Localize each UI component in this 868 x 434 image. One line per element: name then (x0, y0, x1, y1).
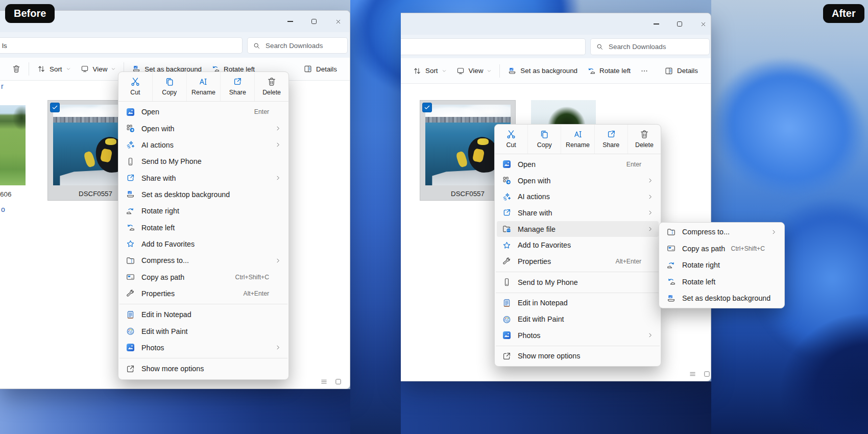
rename-button[interactable]: Rename (561, 125, 594, 154)
cut-label: Cut (506, 141, 516, 149)
menu-item-open[interactable]: OpenEnter (120, 104, 286, 120)
delete-button[interactable]: Delete (628, 125, 661, 154)
menu-item-copy-as-path[interactable]: Copy as pathCtrl+Shift+C (120, 269, 286, 285)
menu-separator (119, 358, 287, 358)
cut-button[interactable]: Cut (495, 125, 527, 154)
details-button[interactable]: Details (660, 63, 703, 79)
delete-toolbar-button[interactable] (7, 61, 26, 77)
menu-item-show-more-options[interactable]: Show more options (497, 348, 659, 365)
rotate-left-icon (125, 223, 135, 233)
cut-button[interactable]: Cut (118, 72, 152, 101)
selection-checkbox[interactable] (422, 103, 432, 112)
address-bar[interactable] (401, 38, 586, 55)
menu-item-show-more-options[interactable]: Show more options (120, 360, 286, 377)
star-icon (501, 240, 512, 250)
maximize-button[interactable] (304, 11, 324, 32)
trash-icon (639, 129, 649, 139)
ai-sparkles-icon (125, 140, 135, 150)
menu-item-shortcut: Enter (254, 108, 282, 115)
view-button[interactable]: View (76, 61, 121, 77)
toolbar-divider (29, 62, 29, 76)
address-bar[interactable]: ls (0, 37, 243, 54)
menu-item-properties[interactable]: PropertiesAlt+Enter (497, 253, 659, 270)
copy-button[interactable]: Copy (527, 125, 561, 154)
menu-item-compress-to[interactable]: Compress to... (120, 252, 286, 269)
menu-item-label: AI actions (141, 141, 174, 149)
large-icons-view-icon[interactable] (334, 378, 342, 385)
menu-item-compress-to[interactable]: Compress to... (661, 224, 782, 240)
photos-app-icon (501, 330, 512, 341)
sort-button[interactable]: Sort (32, 61, 76, 77)
menu-item-rotate-right[interactable]: Rotate right (120, 203, 286, 219)
chevron-right-icon (647, 194, 655, 200)
large-icons-view-icon[interactable] (703, 370, 711, 378)
more-options-toolbar-button[interactable] (635, 63, 654, 79)
menu-item-share-with[interactable]: Share with (120, 170, 286, 186)
details-button[interactable]: Details (299, 61, 342, 77)
close-button[interactable] (693, 13, 711, 35)
menu-item-send-to-my-phone[interactable]: Send to My Phone (497, 274, 659, 291)
menu-item-share-with[interactable]: Share with (497, 205, 659, 221)
menu-item-edit-in-notepad[interactable]: Edit in Notepad (120, 306, 286, 323)
copy-button[interactable]: Copy (152, 72, 186, 101)
trash-icon (267, 77, 277, 87)
menu-item-open-with[interactable]: Open with (120, 120, 286, 136)
wrench-icon (501, 256, 512, 267)
menu-item-photos[interactable]: Photos (497, 327, 659, 344)
file-label-fragment: 606 (0, 190, 11, 198)
delete-button[interactable]: Delete (254, 72, 288, 101)
menu-item-label: Edit in Notepad (518, 299, 568, 307)
trash-icon (12, 64, 21, 74)
menu-item-edit-with-paint[interactable]: Edit with Paint (497, 311, 659, 327)
menu-item-rotate-left[interactable]: Rotate left (120, 219, 286, 235)
menu-item-ai-actions[interactable]: AI actions (120, 137, 286, 153)
minimize-button[interactable] (280, 11, 300, 32)
menu-item-edit-with-paint[interactable]: Edit with Paint (120, 323, 286, 339)
list-view-icon[interactable] (320, 378, 328, 385)
address-text-fragment: ls (2, 42, 7, 50)
minimize-button[interactable] (646, 13, 666, 35)
share-button[interactable]: Share (220, 72, 254, 101)
search-input[interactable] (608, 42, 704, 51)
rename-button[interactable]: Rename (186, 72, 221, 101)
menu-item-label: Edit with Paint (141, 327, 188, 335)
menu-separator (496, 346, 660, 346)
search-box[interactable] (247, 37, 348, 54)
menu-separator (496, 272, 660, 272)
menu-item-add-to-favorites[interactable]: Add to Favorites (497, 237, 659, 253)
selection-checkbox[interactable] (50, 103, 60, 112)
menu-item-properties[interactable]: PropertiesAlt+Enter (120, 285, 286, 302)
command-bar: Sort View Set as background Rotate left (401, 58, 711, 84)
menu-item-copy-as-path[interactable]: Copy as pathCtrl+Shift+C (661, 240, 782, 257)
set-as-background-button[interactable]: Set as background (503, 63, 582, 79)
menu-item-label: Open with (518, 177, 550, 185)
link-fragment: o (1, 205, 5, 213)
sort-button[interactable]: Sort (408, 63, 451, 79)
menu-item-ai-actions[interactable]: AI actions (497, 188, 659, 205)
menu-item-open-with[interactable]: Open with (497, 173, 659, 189)
context-menu-before: CutCopyRenameShareDelete OpenEnterOpen w… (118, 71, 289, 380)
menu-item-edit-in-notepad[interactable]: Edit in Notepad (497, 295, 659, 311)
menu-item-manage-file[interactable]: Manage file (497, 221, 659, 237)
menu-item-set-as-desktop-background[interactable]: Set as desktop background (120, 186, 286, 203)
menu-item-photos[interactable]: Photos (120, 340, 286, 356)
menu-item-rotate-right[interactable]: Rotate right (661, 257, 782, 274)
search-input[interactable] (264, 41, 342, 50)
maximize-button[interactable] (669, 13, 690, 35)
golf-photo-thumbnail[interactable] (0, 105, 26, 185)
minimize-icon (287, 21, 293, 22)
menu-item-set-as-desktop-background[interactable]: Set as desktop background (661, 290, 782, 307)
view-icon (80, 64, 89, 74)
list-view-icon[interactable] (689, 370, 696, 378)
rotate-left-button[interactable]: Rotate left (582, 63, 635, 79)
menu-item-label: Edit in Notepad (141, 310, 191, 319)
close-button[interactable] (328, 11, 348, 32)
menu-item-open[interactable]: OpenEnter (497, 156, 659, 173)
share-button[interactable]: Share (594, 125, 628, 154)
photo-diver-mask (477, 138, 489, 145)
search-box[interactable] (590, 38, 710, 55)
menu-item-send-to-my-phone[interactable]: Send to My Phone (120, 153, 286, 170)
menu-item-rotate-left[interactable]: Rotate left (661, 274, 782, 291)
view-button[interactable]: View (451, 63, 497, 79)
menu-item-add-to-favorites[interactable]: Add to Favorites (120, 236, 286, 252)
